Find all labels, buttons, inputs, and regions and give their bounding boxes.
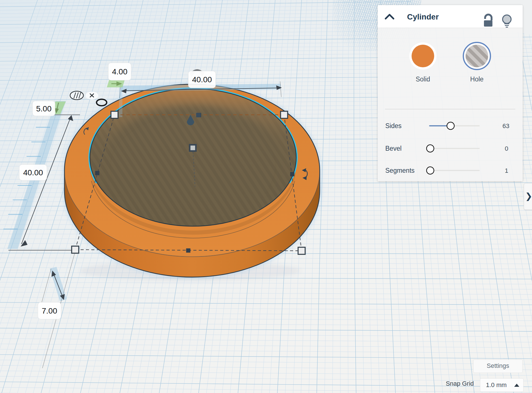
svg-text:Sides: Sides bbox=[385, 122, 402, 129]
svg-text:40.00: 40.00 bbox=[192, 75, 212, 84]
svg-text:Segments: Segments bbox=[385, 167, 415, 174]
svg-text:Hole: Hole bbox=[470, 75, 483, 83]
svg-text:5.00: 5.00 bbox=[36, 104, 52, 113]
svg-text:1: 1 bbox=[505, 167, 508, 174]
svg-text:7.00: 7.00 bbox=[42, 306, 57, 315]
svg-text:0: 0 bbox=[505, 145, 508, 152]
svg-text:63: 63 bbox=[503, 122, 509, 129]
svg-text:Solid: Solid bbox=[416, 75, 430, 83]
svg-text:4.00: 4.00 bbox=[112, 67, 127, 76]
svg-text:Bevel: Bevel bbox=[385, 145, 402, 152]
svg-text:40.00: 40.00 bbox=[23, 168, 43, 177]
